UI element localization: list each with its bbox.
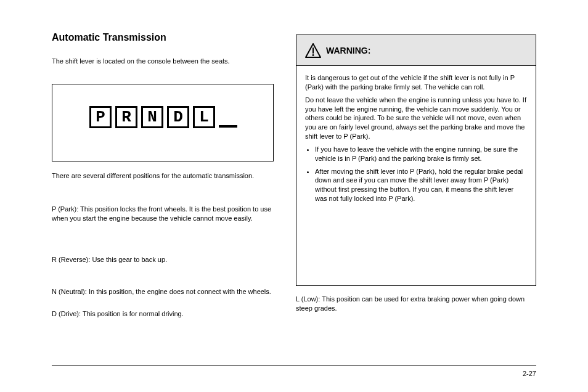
page-number: 2-27: [523, 370, 536, 377]
warning-lead: It is dangerous to get out of the vehicl…: [305, 73, 527, 92]
gear-p: P: [89, 106, 112, 128]
gear-low-underscore: [219, 125, 237, 128]
intro-text: The shift lever is located on the consol…: [52, 57, 274, 66]
prndl-row: P R N D L: [89, 106, 237, 128]
left-text-2: P (Park): This position locks the front …: [52, 205, 274, 223]
left-text-3: R (Reverse): Use this gear to back up.: [52, 255, 274, 264]
warning-item-1: If you have to leave the vehicle with th…: [315, 145, 527, 163]
warning-mid: Do not leave the vehicle when the engine…: [305, 96, 527, 141]
warning-title: WARNING:: [326, 46, 370, 55]
left-text-1: There are several different positions fo…: [52, 171, 274, 181]
warning-body: It is dangerous to get out of the vehicl…: [296, 66, 536, 216]
prndl-display-box: P R N D L: [52, 84, 274, 161]
gear-n: N: [141, 106, 163, 128]
warning-box: WARNING: It is dangerous to get out of t…: [296, 35, 536, 286]
warning-item-2: After moving the shift lever into P (Par…: [315, 167, 527, 203]
left-text-4: N (Neutral): In this position, the engin…: [52, 287, 274, 296]
footer-rule: [52, 365, 536, 365]
left-text-5: D (Drive): This position is for normal d…: [52, 309, 274, 319]
page: Automatic Transmission The shift lever i…: [0, 0, 588, 392]
gear-r: R: [115, 106, 137, 128]
right-text-1: L (Low): This position can be used for e…: [296, 295, 536, 313]
svg-point-2: [312, 54, 314, 56]
warning-header: WARNING:: [296, 35, 536, 66]
section-heading: Automatic Transmission: [52, 32, 166, 43]
warning-triangle-icon: [305, 43, 321, 58]
warning-list: If you have to leave the vehicle with th…: [315, 145, 527, 203]
gear-d: D: [167, 106, 189, 128]
gear-l: L: [193, 106, 215, 128]
